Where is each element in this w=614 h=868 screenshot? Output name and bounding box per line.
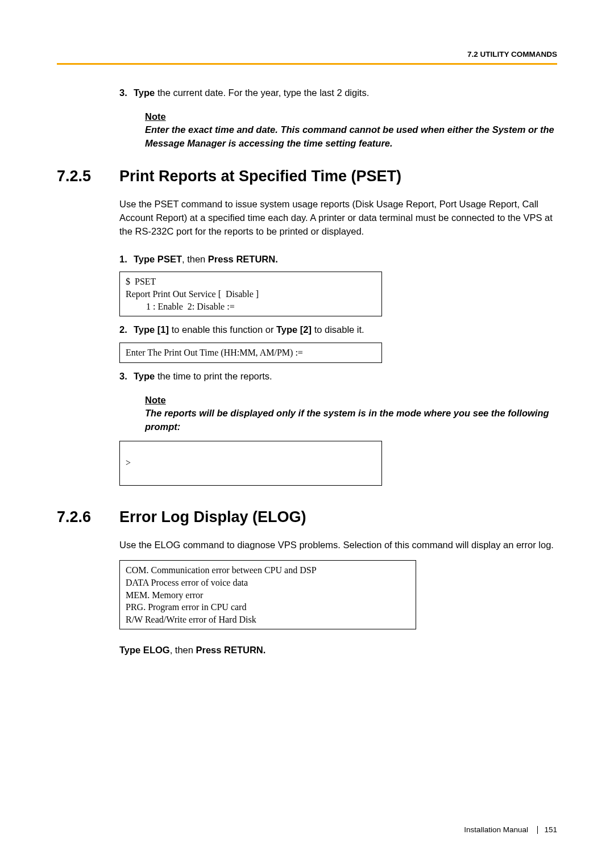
step-body: Type [1] to enable this function or Type… — [134, 323, 557, 337]
footer-label: Installation Manual — [464, 825, 528, 834]
note-block-top: Note Enter the exact time and date. This… — [145, 111, 557, 151]
step3-a: Type — [134, 371, 155, 381]
body-area: 3. Type the current date. For the year, … — [119, 86, 557, 151]
code-box-pset: $ PSET Report Print Out Service [ Disabl… — [119, 272, 382, 316]
note-heading: Note — [145, 395, 166, 406]
step1-mid: , then — [182, 254, 208, 264]
step-elog: Type ELOG, then Press RETURN. — [119, 644, 557, 657]
step-3: 3. Type the time to print the reports. — [119, 370, 557, 383]
note-block-725: Note The reports will be displayed only … — [145, 395, 557, 434]
note-heading: Note — [145, 111, 166, 122]
ol-number: 1. — [119, 253, 134, 266]
heading-number: 7.2.5 — [57, 168, 119, 185]
intro-725: Use the PSET command to issue system usa… — [119, 198, 557, 239]
elog-a: Type ELOG — [119, 645, 170, 655]
step-1: 1. Type PSET, then Press RETURN. — [119, 253, 557, 266]
note-text: The reports will be displayed only if th… — [145, 407, 557, 434]
code-box-elog: COM. Communication error between CPU and… — [119, 560, 416, 629]
heading-number: 7.2.6 — [57, 508, 119, 526]
step2-c: Type [2] — [276, 324, 312, 335]
code-box-prompt: > — [119, 441, 382, 486]
step-rest: the current date. For the year, type the… — [155, 87, 369, 98]
elog-b: Press RETURN. — [196, 645, 266, 655]
step1-a: Type PSET — [134, 254, 182, 264]
step-body: Type the current date. For the year, typ… — [134, 86, 557, 100]
ol-number: 2. — [119, 323, 134, 337]
step3-b: the time to print the reports. — [155, 371, 272, 381]
step1-b: Press RETURN. — [208, 254, 278, 264]
heading-726: 7.2.6 Error Log Display (ELOG) — [57, 508, 557, 526]
step-body: Type the time to print the reports. — [134, 370, 557, 383]
step-3-top: 3. Type the current date. For the year, … — [119, 86, 557, 100]
elog-mid: , then — [170, 645, 196, 655]
ol-number: 3. — [119, 86, 134, 100]
section-726-body: Use the ELOG command to diagnose VPS pro… — [119, 539, 557, 658]
step2-a: Type [1] — [134, 324, 169, 335]
heading-title: Error Log Display (ELOG) — [119, 508, 306, 526]
ol-number: 3. — [119, 370, 134, 383]
footer-divider — [537, 826, 538, 834]
intro-726: Use the ELOG command to diagnose VPS pro… — [119, 539, 557, 552]
step2-d: to disable it. — [312, 324, 364, 335]
section-725-body: Use the PSET command to issue system usa… — [119, 198, 557, 486]
step-2: 2. Type [1] to enable this function or T… — [119, 323, 557, 337]
footer: Installation Manual 151 — [464, 825, 557, 834]
code-box-time: Enter The Print Out Time (HH:MM, AM/PM) … — [119, 343, 382, 363]
footer-page: 151 — [544, 825, 557, 834]
heading-725: 7.2.5 Print Reports at Specified Time (P… — [57, 168, 557, 185]
step2-b: to enable this function or — [169, 324, 276, 335]
note-text: Enter the exact time and date. This comm… — [145, 123, 557, 151]
header-section-label: 7.2 UTILITY COMMANDS — [57, 50, 557, 59]
page: 7.2 UTILITY COMMANDS 3. Type the current… — [0, 0, 614, 868]
heading-title: Print Reports at Specified Time (PSET) — [119, 168, 401, 185]
step-lead-bold: Type — [134, 87, 155, 98]
step-body: Type PSET, then Press RETURN. — [134, 253, 557, 266]
header-rule — [57, 63, 557, 65]
